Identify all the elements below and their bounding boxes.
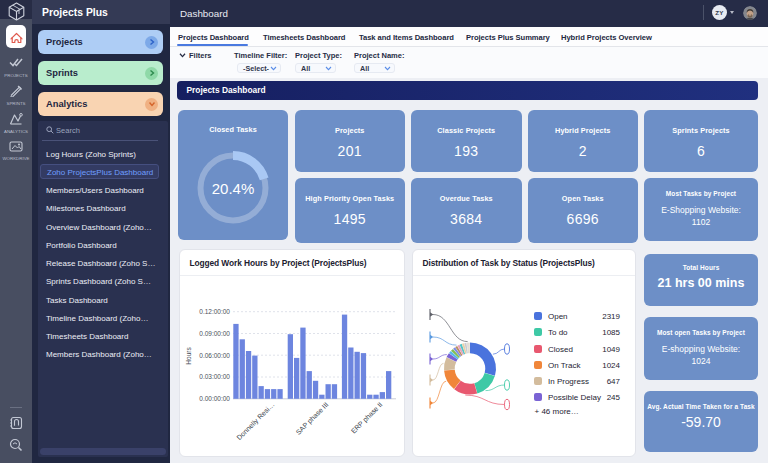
svg-text:ERP phase II: ERP phase II <box>349 401 384 436</box>
svg-text:20.4%: 20.4% <box>212 180 255 197</box>
svg-text:0.09:00:00: 0.09:00:00 <box>199 330 230 337</box>
svg-text:Donnelly Resi…: Donnelly Resi… <box>235 401 276 442</box>
svg-text:Hours: Hours <box>185 347 192 365</box>
svg-text:0.03:00:00: 0.03:00:00 <box>199 373 230 380</box>
svg-text:0.00:00:00: 0.00:00:00 <box>199 395 230 402</box>
svg-text:0.06:00:00: 0.06:00:00 <box>199 352 230 359</box>
svg-text:0.12:00:00: 0.12:00:00 <box>199 308 230 315</box>
svg-text:SAP phase III: SAP phase III <box>294 401 330 437</box>
